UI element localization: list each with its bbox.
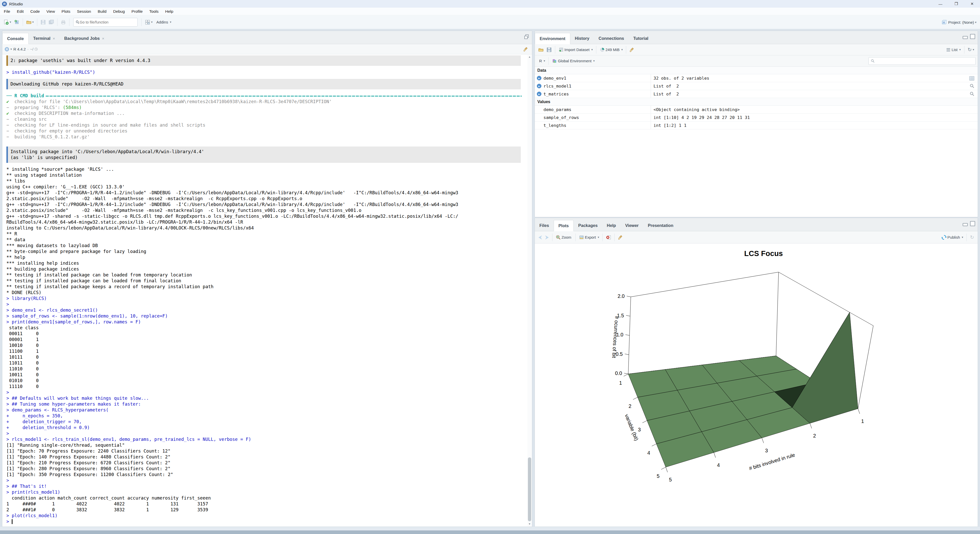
environment-object-row[interactable]: ▶rlcs_model1 List of 2 [535, 82, 978, 90]
tab-terminal[interactable]: Terminal× [29, 33, 59, 44]
new-file-icon [3, 20, 9, 25]
save-button[interactable] [39, 17, 47, 27]
print-button[interactable] [59, 17, 67, 27]
expand-object-icon[interactable]: ▶ [537, 76, 541, 80]
environment-scope-selector[interactable]: Global Environment ▾ [550, 56, 596, 66]
pane-layout-button[interactable]: ▾ [143, 17, 154, 27]
import-dataset-button[interactable]: Import Dataset ▾ [557, 45, 594, 55]
environment-object-row[interactable]: ▶t_lengths int [1:2] 1 1 [535, 121, 978, 129]
inspect-object-icon[interactable] [969, 91, 975, 97]
tab-presentation[interactable]: Presentation [643, 220, 678, 231]
export-plot-button[interactable]: Export ▾ [578, 232, 601, 242]
menu-help[interactable]: Help [162, 8, 177, 15]
new-project-button[interactable]: R [13, 17, 21, 27]
r-version-label[interactable]: R 4.4.2 [14, 47, 26, 51]
tab-console[interactable]: Console [2, 33, 29, 44]
maximize-pane-icon[interactable] [970, 34, 975, 39]
console-scrollbar[interactable]: ▲ ▼ [527, 55, 532, 526]
menu-tools[interactable]: Tools [146, 8, 162, 15]
menu-debug[interactable]: Debug [110, 8, 128, 15]
menu-file[interactable]: File [0, 8, 14, 15]
project-selector[interactable]: R Project: (None) ▾ [942, 15, 977, 29]
tab-history[interactable]: History [570, 33, 594, 44]
working-directory-label[interactable]: ~/ [30, 47, 33, 51]
open-file-button[interactable]: ▾ [25, 17, 35, 27]
broom-icon [630, 47, 635, 52]
minimize-button[interactable]: — [932, 0, 948, 8]
menu-edit[interactable]: Edit [14, 8, 27, 15]
console-line: ** testing if installed package keeps a … [6, 284, 525, 290]
maximize-button[interactable]: ❐ [948, 0, 964, 8]
view-table-icon[interactable] [969, 76, 975, 81]
scroll-down-icon[interactable]: ▼ [527, 522, 532, 526]
tab-connections[interactable]: Connections [594, 33, 629, 44]
remove-plot-button[interactable] [605, 232, 612, 242]
tab-environment[interactable]: Environment [535, 33, 570, 44]
inspect-object-icon[interactable] [969, 83, 975, 89]
clear-all-plots-button[interactable] [616, 232, 625, 242]
menu-view[interactable]: View [43, 8, 58, 15]
environment-object-row[interactable]: ▶sample_of_rows int [1:10] 4 2 19 29 24 … [535, 114, 978, 121]
save-all-button[interactable] [47, 17, 56, 27]
scroll-up-icon[interactable]: ▲ [527, 55, 532, 59]
minimize-pane-icon[interactable] [963, 36, 968, 39]
tab-plots[interactable]: Plots [554, 220, 574, 231]
scrollbar-thumb[interactable] [528, 458, 531, 521]
clear-console-icon[interactable] [523, 47, 528, 52]
text-cursor [12, 519, 13, 524]
console-output[interactable]: 2: package 'usethis' was built under R v… [2, 55, 527, 526]
console-line: 01010 0 [6, 378, 525, 384]
console-line: − preparing 'RLCS': (584ms) [6, 105, 525, 111]
plot-title: LCS Focus [744, 250, 783, 257]
menu-profile[interactable]: Profile [128, 8, 146, 15]
environment-object-row[interactable]: ▶t_matrices List of 2 [535, 90, 978, 98]
chevron-down-icon: ▾ [170, 21, 171, 24]
minimize-pane-icon[interactable] [963, 223, 968, 226]
svg-text:5: 5 [657, 473, 659, 479]
close-icon[interactable]: × [53, 36, 55, 41]
restore-pane-icon[interactable] [524, 34, 530, 40]
environment-object-row[interactable]: ▶demo_env1 32 obs. of 2 variables [535, 74, 978, 82]
environment-object-row[interactable]: ▶demo_params <Object containing active b… [535, 106, 978, 114]
tab-files[interactable]: Files [535, 220, 554, 231]
publish-button[interactable]: Publish ▾ [940, 232, 965, 242]
console-header: R ▾ R 4.4.2 · ~/ [2, 44, 532, 54]
language-selector[interactable]: R ▾ [537, 56, 547, 66]
maximize-pane-icon[interactable] [970, 221, 975, 226]
chevron-down-icon: ▾ [591, 48, 593, 51]
next-plot-button[interactable]: ⮞ [544, 232, 550, 242]
zoom-plot-button[interactable]: Zoom [554, 232, 574, 242]
previous-plot-button[interactable]: ⮜ [537, 232, 544, 242]
load-workspace-button[interactable] [537, 45, 545, 55]
expand-object-icon[interactable]: ▶ [537, 84, 541, 88]
tab-background-jobs[interactable]: Background Jobs× [59, 33, 109, 44]
environment-pane: EnvironmentHistoryConnectionsTutorial Im… [535, 31, 978, 217]
addins-button[interactable]: Addins ▾ [154, 17, 173, 27]
environment-search[interactable] [869, 57, 976, 65]
clear-environment-button[interactable] [628, 45, 636, 55]
memory-usage-button[interactable]: 249 MiB ▾ [598, 45, 624, 55]
refresh-environment-button[interactable]: ↻ ▾ [966, 45, 976, 55]
tab-help[interactable]: Help [602, 220, 620, 231]
expand-object-icon[interactable]: ▶ [537, 92, 541, 96]
goto-file-search[interactable] [73, 18, 138, 27]
environment-search-input[interactable] [877, 59, 971, 63]
close-button[interactable]: ✕ [964, 0, 980, 8]
close-icon[interactable]: × [102, 36, 104, 41]
menu-build[interactable]: Build [94, 8, 110, 15]
console-line: > ## Defaults will work but make things … [6, 396, 525, 401]
menu-plots[interactable]: Plots [58, 8, 73, 15]
menu-session[interactable]: Session [74, 8, 94, 15]
menu-code[interactable]: Code [27, 8, 43, 15]
chevron-down-icon: ▾ [593, 59, 595, 62]
tab-viewer[interactable]: Viewer [620, 220, 643, 231]
console-blank-line [6, 75, 525, 78]
refresh-plot-button[interactable]: ↻ [969, 232, 976, 242]
tab-tutorial[interactable]: Tutorial [629, 33, 653, 44]
tab-packages[interactable]: Packages [574, 220, 602, 231]
console-line: 10010 0 [6, 343, 525, 348]
new-file-button[interactable]: ▾ [2, 17, 13, 27]
save-workspace-button[interactable] [545, 45, 553, 55]
list-view-button[interactable]: List ▾ [944, 45, 963, 55]
goto-file-input[interactable] [80, 20, 128, 24]
